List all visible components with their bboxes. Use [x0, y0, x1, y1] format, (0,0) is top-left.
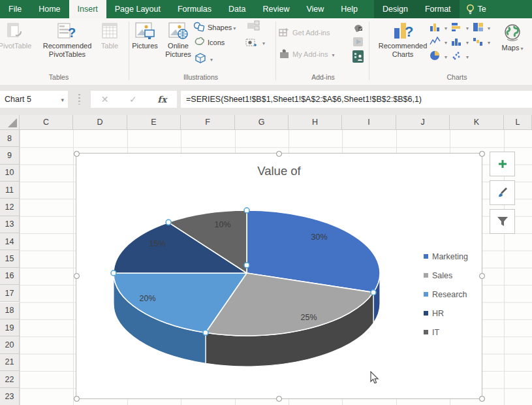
chart-selection-handle[interactable] [74, 396, 80, 402]
maps-button[interactable]: Maps [497, 22, 527, 53]
select-all-corner[interactable] [0, 115, 20, 130]
tab-review[interactable]: Review [254, 0, 298, 18]
icons-button[interactable]: Icons [193, 36, 225, 49]
pivottable-button[interactable]: PivotTable [0, 20, 40, 50]
column-header-D[interactable]: D [73, 115, 127, 130]
legend-label: HR [432, 309, 444, 318]
tab-file[interactable]: File [0, 0, 30, 18]
chart-selection-handle[interactable] [479, 151, 485, 157]
column-chart-caret [443, 24, 447, 31]
insert-waterfall-chart-button[interactable] [473, 35, 490, 48]
series-selection-handle[interactable] [371, 290, 376, 295]
chart-selection-handle[interactable] [74, 151, 80, 157]
column-header-E[interactable]: E [127, 115, 181, 130]
column-header-H[interactable]: H [289, 115, 342, 130]
chart-object[interactable]: Value of 30%25%20%15%10% MarketingSalesR… [76, 153, 482, 399]
tell-me[interactable]: Te [460, 0, 486, 18]
formula-input[interactable]: =SERIES(Sheet1!$B$1,Sheet1!$A$2:$A$6,She… [181, 91, 532, 108]
tab-format[interactable]: Format [416, 0, 460, 18]
online-pictures-button[interactable]: Online Pictures [162, 20, 195, 59]
people-graph-addin-icon[interactable] [352, 50, 364, 63]
bing-maps-addin-icon[interactable] [352, 37, 364, 47]
chart-selection-handle[interactable] [276, 396, 282, 402]
recommended-charts-button[interactable]: ? Recommended Charts [377, 20, 428, 59]
recommended-pivottables-button[interactable]: ? Recommended PivotTables [39, 20, 95, 59]
legend-item-sales[interactable]: Sales [424, 266, 468, 285]
chart-legend[interactable]: MarketingSalesResearchHRIT [424, 247, 468, 342]
pie-data-label-sales[interactable]: 25% [300, 313, 317, 322]
formula-bar-grip[interactable] [78, 94, 80, 105]
pie-data-label-it[interactable]: 10% [214, 220, 230, 229]
screenshot-caret [261, 39, 265, 46]
series-selection-handle[interactable] [203, 330, 208, 335]
series-selection-handle[interactable] [111, 270, 116, 276]
get-addins-button[interactable]: Get Add-ins [278, 26, 330, 39]
chart-selection-handle[interactable] [479, 396, 485, 402]
column-header-K[interactable]: K [450, 115, 504, 130]
legend-item-research[interactable]: Research [424, 285, 468, 304]
legend-item-hr[interactable]: HR [424, 304, 468, 323]
series-selection-handle[interactable] [166, 219, 171, 225]
tab-design[interactable]: Design [374, 0, 416, 18]
screenshot-button[interactable] [245, 36, 265, 49]
chart-styles-button[interactable] [490, 180, 515, 205]
pictures-label: Pictures [132, 42, 158, 50]
ribbon-tab-bar: FileHomeInsertPage LayoutFormulasDataRev… [0, 0, 532, 18]
tab-help[interactable]: Help [332, 0, 366, 18]
pictures-button[interactable]: Pictures [129, 20, 161, 50]
histogram-chart-caret [465, 38, 469, 46]
tab-view[interactable]: View [298, 0, 332, 18]
pie-chart-icon [430, 50, 441, 62]
insert-column-chart-button[interactable] [430, 21, 447, 34]
smartart-button[interactable] [247, 20, 260, 33]
chart-filters-button[interactable] [490, 209, 515, 234]
worksheet[interactable]: CDEFGHIJKL891011121314151617181920212223… [0, 115, 532, 405]
insert-bar-chart-button[interactable] [451, 21, 469, 34]
insert-scatter-chart-button[interactable] [451, 50, 469, 63]
office-addin-icon[interactable] [352, 23, 364, 33]
legend-item-marketing[interactable]: Marketing [424, 247, 468, 266]
legend-label: Sales [432, 271, 452, 280]
tab-data[interactable]: Data [220, 0, 254, 18]
waterfall-chart-caret [486, 38, 490, 46]
insert-histogram-chart-button[interactable] [451, 35, 469, 48]
tab-page-layout[interactable]: Page Layout [106, 0, 169, 18]
chart-selection-handle[interactable] [276, 151, 282, 157]
pie-data-label-marketing[interactable]: 30% [311, 233, 327, 242]
pie-data-label-hr[interactable]: 15% [149, 239, 165, 248]
tab-insert[interactable]: Insert [69, 0, 106, 18]
column-header-G[interactable]: G [235, 115, 289, 130]
shapes-button[interactable]: Shapes [193, 21, 236, 34]
insert-line-chart-button[interactable] [430, 35, 447, 48]
pie-data-label-research[interactable]: 20% [139, 294, 155, 303]
my-addins-button[interactable]: My Add-ins [278, 48, 334, 61]
series-selection-handle[interactable] [244, 263, 249, 268]
cancel-icon[interactable]: ✕ [101, 94, 109, 105]
tab-home[interactable]: Home [30, 0, 69, 18]
shapes-icon [193, 22, 205, 33]
get-addins-label: Get Add-ins [292, 29, 330, 37]
tab-formulas[interactable]: Formulas [169, 0, 220, 18]
insert-function-icon[interactable]: fx [157, 94, 166, 105]
column-header-I[interactable]: I [342, 115, 396, 130]
name-box[interactable]: Chart 5 ▾ [0, 91, 68, 108]
table-button[interactable]: Table [94, 20, 125, 50]
name-box-caret-icon[interactable]: ▾ [61, 97, 64, 103]
insert-hierarchy-chart-button[interactable] [473, 21, 490, 34]
column-header-J[interactable]: J [396, 115, 450, 130]
enter-icon[interactable]: ✓ [129, 94, 137, 105]
online-pictures-label1: Online [168, 42, 189, 50]
legend-swatch [424, 254, 428, 259]
chart-selection-handle[interactable] [479, 273, 485, 279]
chart-elements-button[interactable] [490, 152, 515, 176]
3d-models-button[interactable] [195, 52, 213, 65]
column-header-F[interactable]: F [181, 115, 235, 130]
line-chart-icon [430, 37, 441, 48]
column-header-C[interactable]: C [20, 115, 73, 130]
column-header-L[interactable]: L [504, 115, 532, 130]
series-selection-handle[interactable] [244, 208, 249, 213]
chart-selection-handle[interactable] [74, 273, 80, 279]
excel-window: FileHomeInsertPage LayoutFormulasDataRev… [0, 0, 532, 405]
legend-item-it[interactable]: IT [424, 323, 468, 342]
insert-pie-chart-button[interactable] [430, 50, 447, 63]
